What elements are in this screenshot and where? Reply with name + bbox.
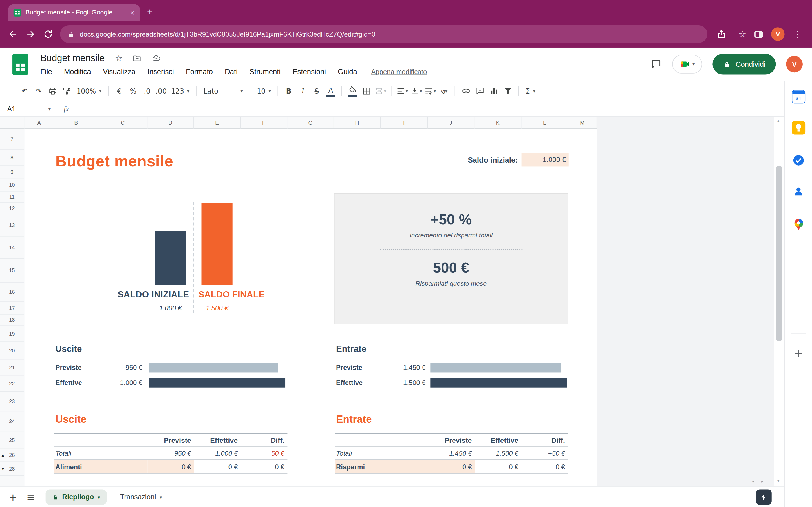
functions-button[interactable]: Σ▾ xyxy=(523,84,539,98)
undo-icon[interactable]: ↶ xyxy=(17,84,32,98)
forward-icon[interactable] xyxy=(22,25,39,43)
bold-button[interactable]: B xyxy=(282,84,296,98)
move-folder-icon[interactable] xyxy=(133,54,142,62)
row-header-14[interactable]: 14 xyxy=(0,237,24,259)
column-header-F[interactable]: F xyxy=(241,117,287,129)
add-sheet-icon[interactable]: + xyxy=(4,491,22,503)
menu-guida[interactable]: Guida xyxy=(338,67,357,75)
contacts-icon[interactable] xyxy=(792,185,805,198)
reload-icon[interactable] xyxy=(40,25,57,43)
get-addons-icon[interactable]: + xyxy=(784,347,812,360)
scroll-left-icon[interactable]: ◂ xyxy=(752,480,754,484)
increase-decimals-button[interactable]: .00 xyxy=(154,84,168,98)
row-header-20[interactable]: 20 xyxy=(0,342,24,359)
scroll-down-icon[interactable]: ▾ xyxy=(777,479,779,483)
url-bar[interactable]: docs.google.com/spreadsheets/d/1jT3bR91v… xyxy=(60,25,707,43)
select-all-corner[interactable] xyxy=(0,117,24,129)
menu-estensioni[interactable]: Estensioni xyxy=(292,67,326,75)
strikethrough-button[interactable]: S xyxy=(310,84,324,98)
insert-chart-icon[interactable] xyxy=(487,84,501,98)
row-header-10[interactable]: 10 xyxy=(0,179,24,191)
row-header-13[interactable]: 13 xyxy=(0,214,24,237)
vertical-scrollbar[interactable]: ▴ ▾ xyxy=(774,117,784,486)
vertical-align-button[interactable]: ▾ xyxy=(409,84,423,98)
browser-menu-icon[interactable]: ⋮ xyxy=(793,29,802,40)
column-header-L[interactable]: L xyxy=(522,117,568,129)
saldo-iniziale-cell[interactable]: 1.000 € xyxy=(522,153,569,167)
row-header-15[interactable]: 15 xyxy=(0,259,24,282)
row-header-26[interactable]: 26▲ xyxy=(0,448,24,462)
table-row[interactable]: Alimenti 0 € 0 € 0 € xyxy=(54,460,288,474)
back-icon[interactable] xyxy=(4,25,22,43)
row-header-21[interactable]: 21 xyxy=(0,360,24,376)
decrease-decimals-button[interactable]: .0 xyxy=(140,84,154,98)
table-row[interactable]: Risparmi 0 € 0 € 0 € xyxy=(335,460,568,474)
insert-link-icon[interactable] xyxy=(459,84,473,98)
browser-tab[interactable]: Budget mensile - Fogli Google × xyxy=(8,4,140,21)
scroll-up-icon[interactable]: ▴ xyxy=(777,119,779,123)
row-header-28[interactable]: 28▼ xyxy=(0,462,24,476)
text-wrap-button[interactable]: ▾ xyxy=(423,84,437,98)
comment-history-icon[interactable] xyxy=(651,59,662,70)
font-size-select[interactable]: 10▾ xyxy=(254,84,274,98)
currency-format-button[interactable]: € xyxy=(112,84,126,98)
print-icon[interactable] xyxy=(46,84,60,98)
row-header-9[interactable]: 9 xyxy=(0,166,24,179)
vertical-scrollbar-thumb[interactable] xyxy=(776,166,782,341)
share-page-icon[interactable] xyxy=(712,25,730,43)
keep-icon[interactable] xyxy=(792,121,805,135)
row-header-16[interactable]: 16 xyxy=(0,283,24,302)
new-tab-button[interactable]: + xyxy=(147,7,153,17)
column-header-I[interactable]: I xyxy=(380,117,428,129)
row-header-24[interactable]: 24 xyxy=(0,411,24,432)
column-header-H[interactable]: H xyxy=(334,117,380,129)
share-button[interactable]: Condividi xyxy=(713,54,776,74)
name-box[interactable]: A1 ▾ xyxy=(0,105,51,113)
column-header-E[interactable]: E xyxy=(194,117,241,129)
menu-inserisci[interactable]: Inserisci xyxy=(147,67,174,75)
row-header-23[interactable]: 23 xyxy=(0,392,24,411)
insert-comment-icon[interactable] xyxy=(473,84,487,98)
extension-icon[interactable] xyxy=(756,490,772,505)
merge-cells-button[interactable]: ▾ xyxy=(373,84,388,98)
row-header-8[interactable]: 8 xyxy=(0,150,24,166)
hidden-rows-below-icon[interactable]: ▼ xyxy=(2,467,4,471)
column-header-A[interactable]: A xyxy=(24,117,54,129)
paint-format-icon[interactable] xyxy=(59,84,73,98)
cloud-saved-icon[interactable] xyxy=(152,54,161,62)
column-header-K[interactable]: K xyxy=(474,117,521,129)
side-panel-icon[interactable] xyxy=(755,31,763,38)
row-header-12[interactable]: 12 xyxy=(0,203,24,214)
font-select[interactable]: Lato▾ xyxy=(200,84,246,98)
sheet-tab-riepilogo[interactable]: Riepilogo ▾ xyxy=(46,489,107,505)
redo-icon[interactable]: ↷ xyxy=(32,84,46,98)
row-header-11[interactable]: 11 xyxy=(0,191,24,203)
document-title[interactable]: Budget mensile xyxy=(40,52,105,63)
column-header-C[interactable]: C xyxy=(98,117,147,129)
percent-format-button[interactable]: % xyxy=(126,84,140,98)
star-document-icon[interactable]: ☆ xyxy=(115,53,122,63)
row-header-19[interactable]: 19 xyxy=(0,326,24,342)
browser-avatar[interactable]: V xyxy=(771,27,784,41)
tab-close-icon[interactable]: × xyxy=(130,8,135,16)
sheets-logo-icon[interactable] xyxy=(12,54,28,75)
column-header-G[interactable]: G xyxy=(287,117,334,129)
meet-button[interactable]: ▾ xyxy=(672,55,703,73)
italic-button[interactable]: I xyxy=(296,84,310,98)
tasks-icon[interactable] xyxy=(792,154,805,167)
borders-button[interactable] xyxy=(359,84,373,98)
row-header-7[interactable]: 7 xyxy=(0,129,24,149)
column-header-D[interactable]: D xyxy=(147,117,193,129)
row-header-17[interactable]: 17 xyxy=(0,302,24,315)
menu-file[interactable]: File xyxy=(40,67,52,75)
row-header-25[interactable]: 25 xyxy=(0,432,24,449)
menu-strumenti[interactable]: Strumenti xyxy=(250,67,281,75)
menu-visualizza[interactable]: Visualizza xyxy=(103,67,135,75)
spreadsheet-canvas[interactable]: Budget mensile Saldo iniziale: 1.000 € S… xyxy=(24,129,597,486)
fill-color-button[interactable] xyxy=(345,84,359,98)
maps-icon[interactable] xyxy=(792,216,805,230)
last-edit-link[interactable]: Appena modificato xyxy=(371,68,427,75)
more-formats-button[interactable]: 123▾ xyxy=(168,84,193,98)
text-rotation-button[interactable]: a ▾ xyxy=(437,84,451,98)
menu-modifica[interactable]: Modifica xyxy=(64,67,91,75)
